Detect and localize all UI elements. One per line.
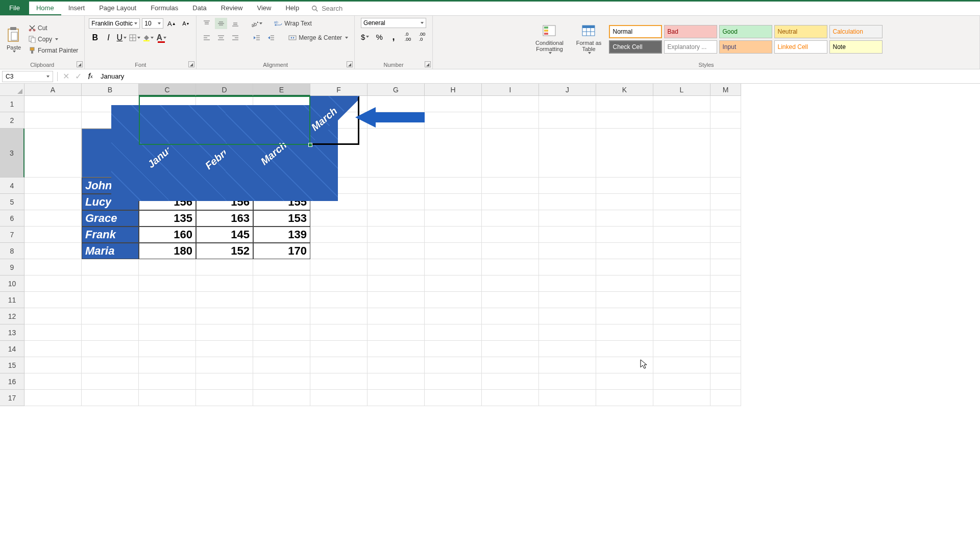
cell-C13[interactable] [139, 324, 196, 341]
row-header-14[interactable]: 14 [0, 341, 24, 357]
cell-G7[interactable] [368, 227, 425, 243]
cell-M10[interactable] [710, 276, 741, 292]
cell-G15[interactable] [368, 357, 425, 373]
cell-K9[interactable] [596, 259, 653, 276]
column-header-H[interactable]: H [425, 84, 482, 96]
cell-M3[interactable] [710, 129, 741, 178]
cell-M11[interactable] [710, 292, 741, 308]
comma-button[interactable]: , [387, 31, 400, 42]
cell-H14[interactable] [425, 341, 482, 357]
cell-L15[interactable] [653, 357, 710, 373]
cell-M15[interactable] [710, 357, 741, 373]
cell-B14[interactable] [82, 341, 139, 357]
cell-K11[interactable] [596, 292, 653, 308]
cell-G3[interactable] [368, 129, 425, 178]
cell-J13[interactable] [539, 324, 596, 341]
cell-G14[interactable] [368, 341, 425, 357]
cell-H16[interactable] [425, 373, 482, 390]
cell-J9[interactable] [539, 259, 596, 276]
cell-I17[interactable] [482, 390, 539, 406]
cell-M5[interactable] [710, 194, 741, 210]
cell-E10[interactable] [253, 276, 310, 292]
format-as-table-button[interactable]: Format as Table [572, 23, 606, 55]
row-header-10[interactable]: 10 [0, 276, 24, 292]
cell-I7[interactable] [482, 227, 539, 243]
row-header-12[interactable]: 12 [0, 308, 24, 324]
cell-F15[interactable] [310, 357, 368, 373]
cell-H9[interactable] [425, 259, 482, 276]
cell-I12[interactable] [482, 308, 539, 324]
decrease-indent-button[interactable] [251, 32, 263, 43]
cell-D8[interactable]: 152 [196, 243, 253, 259]
cell-C11[interactable] [139, 292, 196, 308]
cell-A11[interactable] [24, 292, 82, 308]
cell-A7[interactable] [24, 227, 82, 243]
cell-J1[interactable] [539, 96, 596, 112]
cell-H5[interactable] [425, 194, 482, 210]
cell-H15[interactable] [425, 357, 482, 373]
menu-tab-insert[interactable]: Insert [61, 2, 92, 15]
cell-F13[interactable] [310, 324, 368, 341]
tell-me-search[interactable]: Search [311, 5, 342, 12]
row-header-6[interactable]: 6 [0, 210, 24, 227]
cell-E11[interactable] [253, 292, 310, 308]
cell-K16[interactable] [596, 373, 653, 390]
cell-A8[interactable] [24, 243, 82, 259]
cell-A17[interactable] [24, 390, 82, 406]
cell-M9[interactable] [710, 259, 741, 276]
cell-C15[interactable] [139, 357, 196, 373]
cell-L9[interactable] [653, 259, 710, 276]
row-header-4[interactable]: 4 [0, 178, 24, 194]
cell-style-explanatory-[interactable]: Explanatory ... [664, 40, 717, 54]
column-header-I[interactable]: I [482, 84, 539, 96]
column-header-B[interactable]: B [82, 84, 139, 96]
cell-E15[interactable] [253, 357, 310, 373]
cell-H4[interactable] [425, 178, 482, 194]
cell-M17[interactable] [710, 390, 741, 406]
cut-button[interactable]: Cut [27, 23, 80, 33]
row-header-11[interactable]: 11 [0, 292, 24, 308]
cell-J12[interactable] [539, 308, 596, 324]
cell-H1[interactable] [425, 96, 482, 112]
clipboard-dialog-launcher[interactable]: ◢ [77, 61, 83, 67]
formula-bar[interactable]: January [96, 72, 980, 80]
cell-K5[interactable] [596, 194, 653, 210]
cell-D16[interactable] [196, 373, 253, 390]
column-header-L[interactable]: L [653, 84, 710, 96]
font-name-combo[interactable]: Franklin Gothic M [89, 18, 140, 29]
cell-A13[interactable] [24, 324, 82, 341]
cell-C10[interactable] [139, 276, 196, 292]
cell-K3[interactable] [596, 129, 653, 178]
cell-G8[interactable] [368, 243, 425, 259]
cell-J10[interactable] [539, 276, 596, 292]
cell-C16[interactable] [139, 373, 196, 390]
font-color-button[interactable]: A [155, 32, 167, 43]
column-header-J[interactable]: J [539, 84, 596, 96]
cell-style-calculation[interactable]: Calculation [829, 25, 883, 38]
cell-E7[interactable]: 139 [253, 227, 310, 243]
cell-M1[interactable] [710, 96, 741, 112]
paste-button[interactable]: Paste [4, 25, 23, 54]
align-left-button[interactable] [201, 32, 213, 43]
cell-J11[interactable] [539, 292, 596, 308]
cell-I15[interactable] [482, 357, 539, 373]
enter-formula-button[interactable]: ✓ [72, 71, 84, 82]
alignment-dialog-launcher[interactable]: ◢ [347, 61, 353, 67]
cell-B10[interactable] [82, 276, 139, 292]
cell-H8[interactable] [425, 243, 482, 259]
menu-tab-review[interactable]: Review [214, 2, 250, 15]
cell-D14[interactable] [196, 341, 253, 357]
cell-J15[interactable] [539, 357, 596, 373]
cell-style-check-cell[interactable]: Check Cell [609, 40, 662, 54]
cell-G5[interactable] [368, 194, 425, 210]
underline-button[interactable]: U [115, 32, 128, 43]
cell-D9[interactable] [196, 259, 253, 276]
cell-F16[interactable] [310, 373, 368, 390]
cell-H6[interactable] [425, 210, 482, 227]
insert-function-button[interactable]: fx [84, 71, 96, 82]
cell-K12[interactable] [596, 308, 653, 324]
column-header-C[interactable]: C [139, 84, 196, 96]
cell-G12[interactable] [368, 308, 425, 324]
cell-J17[interactable] [539, 390, 596, 406]
cell-F17[interactable] [310, 390, 368, 406]
